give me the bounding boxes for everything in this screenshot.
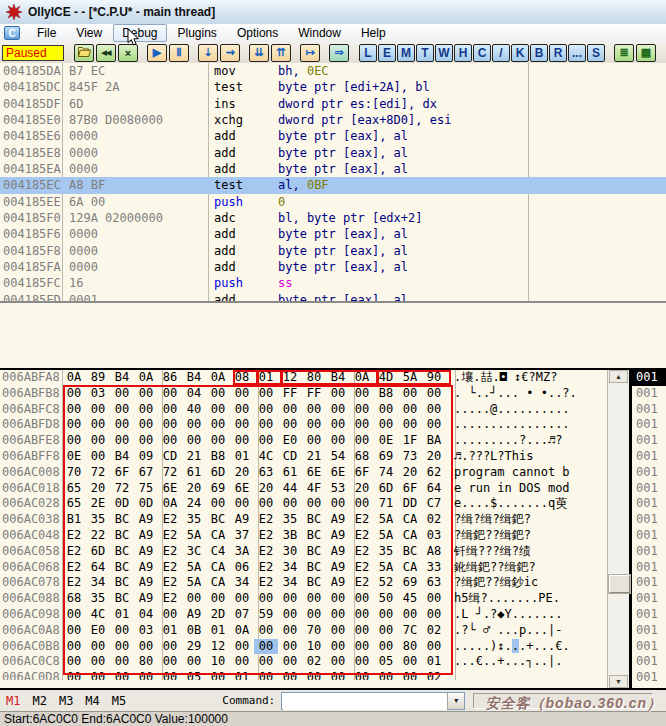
dump-byte[interactable]: 61 [278, 465, 302, 481]
disasm-row[interactable]: 004185DAB7 ECmovbh, 0EC [0, 63, 666, 79]
run-trace-window-button[interactable]: ... [568, 44, 586, 62]
dump-byte[interactable]: E2 [158, 512, 182, 528]
dump-byte[interactable]: 6E [158, 481, 182, 497]
dump-byte[interactable]: 00 [326, 386, 350, 402]
go-to-address-button[interactable]: ⇒ [329, 44, 349, 62]
dump-byte[interactable]: 54 [326, 449, 350, 465]
dump-byte[interactable]: 00 [326, 417, 350, 433]
dump-byte[interactable]: 00 [110, 654, 134, 670]
dump-row[interactable]: 006AC078E234BCA9E25ACA34E234BCA9E2526963… [0, 575, 607, 591]
dump-byte[interactable]: 00 [350, 386, 374, 402]
dump-byte[interactable]: 00 [86, 654, 110, 670]
dump-byte[interactable]: 00 [86, 639, 110, 655]
dump-byte[interactable]: 20 [422, 449, 446, 465]
dump-byte[interactable]: 5A [182, 575, 206, 591]
dump-byte[interactable]: BC [206, 512, 230, 528]
dump-byte[interactable]: 00 [230, 402, 254, 418]
stack-row[interactable]: 001 [632, 481, 666, 497]
dump-byte[interactable]: 6E [230, 481, 254, 497]
dump-byte[interactable]: 89 [86, 370, 110, 386]
dump-byte[interactable]: 65 [62, 496, 86, 512]
hex-dump-area[interactable]: 006ABFA80A89B40A86B40A08011280B40A4D5A90… [0, 370, 607, 688]
dump-byte[interactable]: 00 [278, 670, 302, 680]
dump-byte[interactable]: 00 [254, 417, 278, 433]
disasm-row[interactable]: 004185ECA8 BFtestal, 0BF [0, 177, 666, 193]
dump-byte[interactable]: 00 [350, 433, 374, 449]
dump-byte[interactable]: 00 [134, 639, 158, 655]
disasm-row[interactable]: 004185FA0000addbyte ptr [eax], al [0, 259, 666, 275]
dump-byte[interactable]: 00 [254, 402, 278, 418]
dump-byte[interactable]: 2E [86, 496, 110, 512]
dump-row[interactable]: 006ABFA80A89B40A86B40A08011280B40A4D5A90… [0, 370, 607, 386]
stack-row[interactable]: 001 [632, 370, 666, 386]
dump-byte[interactable]: 00 [230, 386, 254, 402]
dump-byte[interactable]: 0E [62, 449, 86, 465]
dump-byte[interactable]: BC [302, 575, 326, 591]
dump-byte[interactable]: 00 [230, 417, 254, 433]
dump-row[interactable]: 006AC098004C010400A92D075900000000000000… [0, 607, 607, 623]
dump-byte[interactable]: 86 [158, 370, 182, 386]
menu-item-options[interactable]: Options [228, 24, 287, 42]
dump-byte[interactable]: 71 [374, 496, 398, 512]
dump-byte[interactable]: BC [302, 528, 326, 544]
dump-byte[interactable]: BC [302, 512, 326, 528]
dump-byte[interactable]: 00 [350, 654, 374, 670]
dump-byte[interactable]: A9 [134, 528, 158, 544]
dump-byte[interactable]: 00 [422, 402, 446, 418]
dump-byte[interactable]: E2 [62, 560, 86, 576]
run-button[interactable]: ▶ [147, 44, 167, 62]
dump-byte[interactable]: 6E [326, 465, 350, 481]
dump-byte[interactable]: 63 [422, 575, 446, 591]
disasm-row[interactable]: 004185EE6A 00push0 [0, 194, 666, 210]
dump-tab-m5[interactable]: M5 [112, 694, 126, 708]
dump-byte[interactable]: 00 [182, 591, 206, 607]
dump-byte[interactable]: 00 [326, 433, 350, 449]
menu-item-help[interactable]: Help [352, 24, 395, 42]
windows-window-button[interactable]: W [435, 44, 453, 62]
dump-byte[interactable]: 00 [398, 402, 422, 418]
dump-byte[interactable]: 68 [350, 449, 374, 465]
dump-byte[interactable]: 00 [62, 433, 86, 449]
stack-row[interactable]: 001 [632, 449, 666, 465]
dump-byte[interactable]: 00 [302, 433, 326, 449]
dump-byte[interactable]: A9 [134, 512, 158, 528]
dump-byte[interactable]: E2 [350, 528, 374, 544]
dump-byte[interactable]: 00 [422, 591, 446, 607]
dump-byte[interactable]: 00 [110, 623, 134, 639]
dump-byte[interactable]: 01 [158, 623, 182, 639]
dump-byte[interactable]: 00 [62, 386, 86, 402]
combobox-dropdown-icon[interactable]: ▼ [447, 693, 464, 709]
dump-byte[interactable]: 64 [86, 560, 110, 576]
dump-byte[interactable]: 6D [206, 465, 230, 481]
dump-byte[interactable]: 00 [374, 607, 398, 623]
dump-byte[interactable]: 00 [350, 623, 374, 639]
dump-byte[interactable]: 02 [302, 654, 326, 670]
dump-byte[interactable]: 00 [254, 654, 278, 670]
dump-byte[interactable]: 10 [302, 639, 326, 655]
dump-byte[interactable]: 20 [350, 481, 374, 497]
dump-row[interactable]: 006AC0D800000000000500010000000000000002 [0, 670, 607, 680]
dump-byte[interactable]: 00 [278, 496, 302, 512]
dump-byte[interactable]: 0D [110, 496, 134, 512]
dump-byte[interactable]: 02 [422, 623, 446, 639]
dump-byte[interactable]: 00 [326, 639, 350, 655]
dump-byte[interactable]: 00 [134, 670, 158, 680]
dump-byte[interactable]: 61 [182, 465, 206, 481]
dump-byte[interactable]: 00 [278, 591, 302, 607]
dump-byte[interactable]: CD [278, 449, 302, 465]
dump-byte[interactable]: 00 [254, 496, 278, 512]
dump-byte[interactable]: E2 [158, 544, 182, 560]
dump-row[interactable]: 006ABFE8000000000000000000E00000000E1FBA… [0, 433, 607, 449]
threads-window-button[interactable]: T [416, 44, 434, 62]
dump-byte[interactable]: 00 [230, 591, 254, 607]
title-bar[interactable]: OllyICE - - [*C.P.U* - main thread] [0, 0, 666, 25]
references-window-button[interactable]: R [549, 44, 567, 62]
memory-map-window-button[interactable]: M [397, 44, 415, 62]
dump-byte[interactable]: 00 [86, 670, 110, 680]
disasm-row[interactable]: 004185EA0000addbyte ptr [eax], al [0, 161, 666, 177]
dump-row[interactable]: 006AC0B800000000002912000000100000008000… [0, 639, 607, 655]
dump-byte[interactable]: 00 [374, 417, 398, 433]
dump-byte[interactable]: 05 [182, 670, 206, 680]
dump-byte[interactable]: 0A [134, 370, 158, 386]
stack-row[interactable]: 001 [632, 670, 666, 686]
